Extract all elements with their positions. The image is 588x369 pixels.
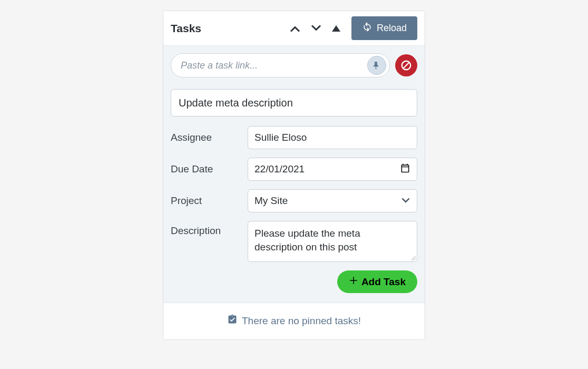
description-textarea[interactable]: Please update the meta description on th… [248,221,417,262]
assignee-label: Assignee [171,132,238,143]
chevron-down-icon [401,195,410,207]
due-date-value: 22/01/2021 [254,163,305,175]
refresh-icon [362,22,373,35]
panel-title: Tasks [171,22,201,35]
add-task-button[interactable]: Add Task [337,270,417,293]
calendar-icon [400,163,410,176]
task-link-input[interactable] [181,60,367,71]
tasks-panel: Tasks Reload [163,11,425,340]
description-label: Description [171,221,238,237]
project-row: Project My Site [171,189,417,212]
reload-button[interactable]: Reload [351,16,417,40]
plus-icon [349,276,358,288]
task-link-row [171,53,417,77]
panel-body: Assignee Sullie Eloso Due Date 22/01/202… [163,46,425,303]
due-date-label: Due Date [171,163,238,175]
empty-text: There are no pinned tasks! [242,315,361,327]
header-nav-icons [289,25,341,32]
project-select[interactable]: My Site [248,189,417,212]
project-label: Project [171,195,238,207]
description-row: Description Please update the meta descr… [171,221,417,262]
triangle-up-icon[interactable] [331,25,341,32]
task-link-input-wrap [171,53,390,77]
description-value: Please update the meta description on th… [254,227,410,254]
cancel-icon[interactable] [395,54,417,76]
svg-line-1 [404,63,409,68]
panel-header: Tasks Reload [163,11,425,46]
due-date-row: Due Date 22/01/2021 [171,158,417,181]
panel-footer: There are no pinned tasks! [163,303,425,339]
project-value: My Site [254,195,288,207]
pin-icon[interactable] [367,56,386,75]
due-date-input[interactable]: 22/01/2021 [248,158,417,181]
reload-label: Reload [377,23,407,34]
assignee-value: Sullie Eloso [254,132,307,143]
assignee-input[interactable]: Sullie Eloso [248,126,417,149]
add-task-label: Add Task [361,276,406,288]
add-task-row: Add Task [171,270,417,293]
task-title-input[interactable] [171,89,417,116]
chevron-up-icon[interactable] [289,25,301,32]
assignee-row: Assignee Sullie Eloso [171,126,417,149]
chevron-down-icon[interactable] [310,25,322,32]
clipboard-check-icon [227,314,238,328]
